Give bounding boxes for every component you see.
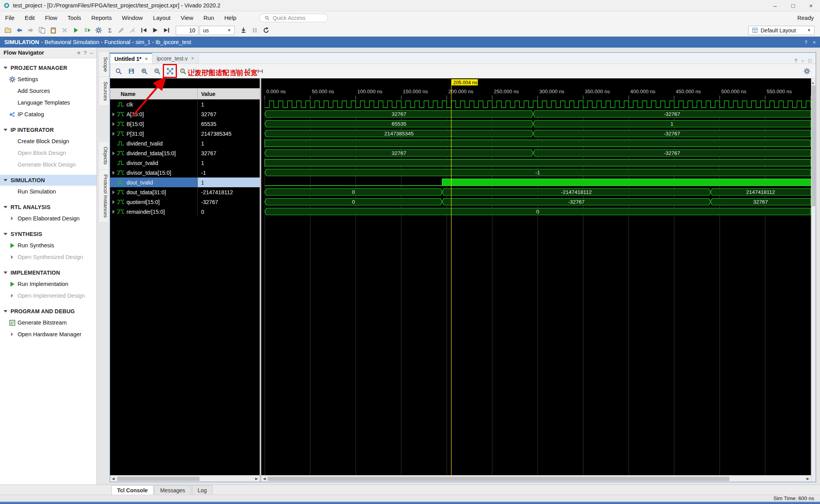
signal-row-b-15-0[interactable]: B[15:0]65535 (110, 119, 260, 129)
bottom-tab-log[interactable]: Log (192, 485, 212, 495)
signal-list-hscrollbar[interactable] (110, 475, 260, 482)
menu-layout[interactable]: Layout (148, 12, 176, 23)
chevron-right-icon[interactable] (112, 112, 115, 116)
max-icon[interactable] (808, 58, 811, 64)
help-icon[interactable] (794, 58, 797, 64)
close-context-icon[interactable] (813, 39, 816, 45)
signal-value-cell[interactable]: 1 (198, 99, 260, 109)
name-column-header[interactable]: Name (110, 89, 198, 99)
zoom-out-icon[interactable] (152, 66, 162, 76)
signal-value-cell[interactable]: 2147385345 (198, 129, 260, 138)
search-icon[interactable] (113, 66, 124, 76)
signal-value-cell[interactable]: -2147418112 (198, 187, 260, 197)
chevron-right-icon[interactable] (112, 132, 115, 136)
side-tab-sources[interactable]: Sources (98, 77, 109, 106)
run-step-icon[interactable] (82, 25, 92, 35)
minimize-button[interactable] (766, 0, 784, 11)
signal-value-cell[interactable]: 32767 (198, 109, 260, 119)
help-icon[interactable] (84, 50, 87, 56)
nav-section-header-project-manager[interactable]: PROJECT MANAGER (0, 62, 96, 73)
nav-section-header-synthesis[interactable]: SYNTHESIS (0, 229, 96, 240)
layout-select[interactable]: Default Layout (748, 26, 815, 35)
signal-row-dout-tvalid[interactable]: dout_tvalid1 (110, 177, 260, 187)
scroll-thumb[interactable] (812, 85, 815, 206)
nav-item-run-simulation[interactable]: Run Simulation (0, 186, 96, 197)
chevron-right-icon[interactable] (112, 210, 115, 214)
signal-row-clk[interactable]: clk1 (110, 99, 260, 109)
signal-name-cell[interactable]: dividend_tdata[15:0] (110, 148, 198, 158)
scroll-right-icon[interactable] (253, 477, 260, 481)
scroll-left-icon[interactable] (110, 477, 116, 481)
signal-value-cell[interactable]: 1 (198, 158, 260, 168)
nav-item-open-block-design[interactable]: Open Block Design (0, 147, 96, 159)
signal-row-dout-tdata-31-0[interactable]: dout_tdata[31:0]-2147418112 (110, 187, 260, 197)
scroll-left-icon[interactable] (261, 477, 267, 481)
scroll-right-icon[interactable] (805, 477, 811, 481)
chevron-right-icon[interactable] (112, 171, 115, 175)
signal-row-a-15-0[interactable]: A[15:0]32767 (110, 109, 260, 119)
scroll-track[interactable] (116, 476, 253, 481)
nav-item-run-synthesis[interactable]: Run Synthesis (0, 240, 96, 251)
menu-help[interactable]: Help (219, 12, 241, 23)
close-button[interactable] (802, 0, 820, 11)
signal-name-cell[interactable]: dout_tdata[31:0] (110, 187, 198, 197)
signal-row-dividend-tdata-15-0[interactable]: dividend_tdata[15:0]32767 (110, 148, 260, 158)
sim-time-input[interactable] (176, 26, 198, 35)
probe-icon[interactable] (127, 25, 137, 35)
nav-item-generate-block-design[interactable]: Generate Block Design (0, 159, 96, 170)
nav-section-header-program-and-debug[interactable]: PROGRAM AND DEBUG (0, 306, 96, 317)
menu-window[interactable]: Window (117, 12, 148, 23)
zoom-to-cursor-icon[interactable] (177, 66, 188, 76)
signal-name-cell[interactable]: P[31:0] (110, 129, 198, 138)
menu-flow[interactable]: Flow (40, 12, 62, 23)
chevron-right-icon[interactable] (112, 151, 115, 155)
signal-name-cell[interactable]: quotient[15:0] (110, 197, 198, 207)
time-unit-select[interactable]: us (200, 26, 235, 35)
menu-view[interactable]: View (176, 12, 198, 23)
run-all-icon[interactable] (150, 25, 160, 35)
delete-icon[interactable] (59, 25, 70, 35)
zoom-fit-icon[interactable] (164, 66, 175, 76)
chevron-right-icon[interactable] (112, 200, 115, 204)
nav-section-header-simulation[interactable]: SIMULATION (0, 175, 96, 186)
signal-value-cell[interactable]: 1 (198, 138, 260, 148)
bottom-tab-tcl-console[interactable]: Tcl Console (111, 485, 153, 495)
signal-name-cell[interactable]: B[15:0] (110, 119, 198, 129)
run-for-icon[interactable] (161, 25, 171, 35)
nav-item-run-implementation[interactable]: Run Implementation (0, 278, 96, 290)
close-tab-icon[interactable] (191, 56, 194, 61)
signal-row-dividend-tvalid[interactable]: dividend_tvalid1 (110, 138, 260, 148)
waveform-settings-gear-icon[interactable] (801, 66, 812, 76)
bottom-tab-messages[interactable]: Messages (154, 485, 191, 495)
signal-name-cell[interactable]: dividend_tvalid (110, 138, 198, 148)
gear-icon[interactable] (8, 75, 16, 83)
signal-row-divisor-tvalid[interactable]: divisor_tvalid1 (110, 158, 260, 168)
nav-section-header-rtl-analysis[interactable]: RTL ANALYSIS (0, 202, 96, 213)
close-tab-icon[interactable] (145, 56, 148, 62)
side-tab-objects[interactable]: Objects (98, 142, 109, 170)
step-icon[interactable] (238, 25, 248, 35)
menu-reports[interactable]: Reports (86, 12, 117, 23)
relaunch-icon[interactable] (261, 25, 271, 35)
signal-value-cell[interactable]: 1 (198, 177, 260, 187)
menu-run[interactable]: Run (198, 12, 219, 23)
signal-row-quotient-15-0[interactable]: quotient[15:0]-32767 (110, 197, 260, 207)
zoom-in-icon[interactable] (139, 66, 150, 76)
collapse-panel-icon[interactable] (77, 50, 80, 56)
nav-item-create-block-design[interactable]: Create Block Design (0, 135, 96, 147)
edit-icon[interactable] (116, 25, 126, 35)
signal-name-cell[interactable]: clk (110, 99, 198, 109)
chevron-right-icon[interactable] (112, 190, 115, 194)
menu-edit[interactable]: Edit (20, 12, 40, 23)
play-icon[interactable] (8, 280, 16, 288)
signal-row-divisor-tdata-15-0[interactable]: divisor_tdata[15:0]-1 (110, 168, 260, 177)
scroll-thumb[interactable] (267, 477, 729, 481)
menu-tools[interactable]: Tools (62, 12, 86, 23)
signal-row-remainder-15-0[interactable]: remainder[15:0]0 (110, 207, 260, 217)
signal-row-p-31-0[interactable]: P[31:0]2147385345 (110, 129, 260, 138)
chevron-right-icon[interactable] (112, 122, 115, 126)
scroll-thumb[interactable] (117, 477, 200, 481)
settings-icon[interactable] (93, 25, 103, 35)
waveform-hscrollbar[interactable] (261, 475, 811, 482)
nav-section-header-implementation[interactable]: IMPLEMENTATION (0, 267, 96, 278)
